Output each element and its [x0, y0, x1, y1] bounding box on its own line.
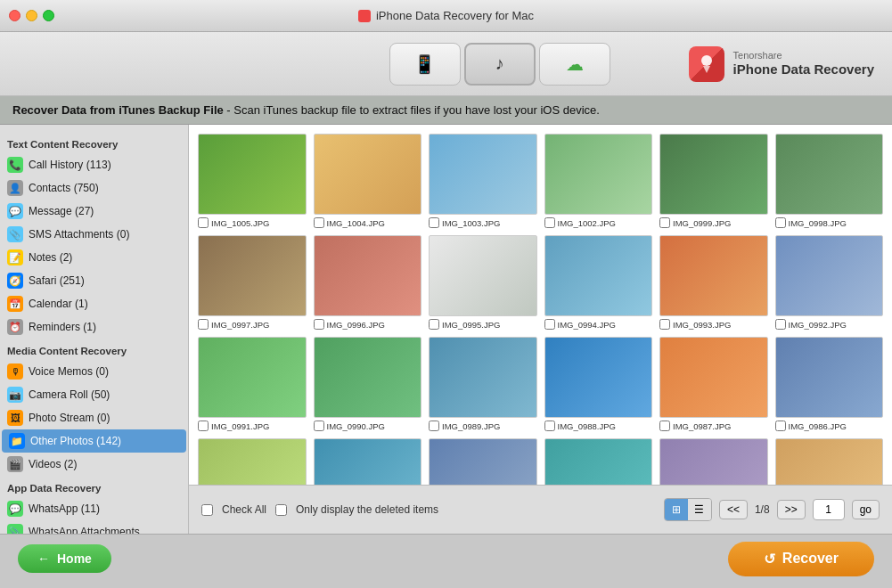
- list-view-button[interactable]: ☰: [688, 499, 711, 520]
- photo-thumbnail-img980[interactable]: [775, 438, 884, 485]
- photo-thumbnail-img994[interactable]: [544, 235, 653, 316]
- photo-thumbnail-img995[interactable]: [429, 235, 537, 316]
- sidebar-item-message[interactable]: 💬Message (27): [0, 200, 188, 223]
- photo-item-img1002: IMG_1002.JPG: [544, 134, 653, 228]
- photo-checkbox-img994[interactable]: [544, 319, 555, 330]
- check-all-checkbox[interactable]: [201, 504, 213, 516]
- photo-thumbnail-img986[interactable]: [775, 337, 884, 418]
- app-icon: [358, 10, 371, 22]
- sidebar-item-whatsapp[interactable]: 💬WhatsApp (11): [0, 497, 188, 520]
- photo-checkbox-img998[interactable]: [775, 217, 786, 228]
- photo-thumbnail-img989[interactable]: [429, 337, 537, 418]
- tab-itunes[interactable]: ♪: [464, 43, 536, 86]
- prev-page-button[interactable]: <<: [719, 500, 748, 519]
- photo-thumbnail-img993[interactable]: [659, 235, 768, 316]
- recover-button[interactable]: ↺ Recover: [728, 542, 874, 576]
- call-history-icon: 📞: [7, 157, 23, 173]
- photo-checkbox-img992[interactable]: [775, 319, 786, 330]
- photo-item-img980: IMG_0980.JPG: [775, 438, 884, 485]
- photo-thumbnail-img997[interactable]: [198, 235, 307, 316]
- next-page-button[interactable]: >>: [777, 500, 806, 519]
- sidebar-item-other-photos[interactable]: 📁Other Photos (142): [2, 429, 186, 453]
- sidebar-item-notes[interactable]: 📝Notes (2): [0, 246, 188, 269]
- tab-icloud[interactable]: ☁: [539, 43, 610, 86]
- tab-device[interactable]: 📱: [389, 43, 461, 86]
- sidebar-item-camera-roll[interactable]: 📷Camera Roll (50): [0, 383, 188, 406]
- check-all-label[interactable]: Check All: [222, 503, 266, 516]
- grid-view-button[interactable]: ⊞: [665, 499, 688, 520]
- whatsapp-attachments-label: WhatsApp Attachments ...: [29, 526, 151, 534]
- deleted-filter-label[interactable]: Only display the deleted items: [296, 503, 438, 516]
- photo-item-img998: IMG_0998.JPG: [775, 134, 884, 228]
- photo-item-img991: IMG_0991.JPG: [198, 337, 307, 431]
- close-button[interactable]: [9, 10, 20, 21]
- photo-thumbnail-img992[interactable]: [775, 235, 884, 316]
- photo-label-img988: IMG_0988.JPG: [544, 421, 616, 431]
- page-input[interactable]: [813, 499, 845, 520]
- photo-thumbnail-img999[interactable]: [659, 134, 768, 215]
- photo-checkbox-img991[interactable]: [198, 421, 209, 431]
- photo-label-img990: IMG_0990.JPG: [314, 421, 385, 431]
- photo-thumbnail-img1004[interactable]: [314, 134, 422, 215]
- sidebar: Text Content Recovery📞Call History (113)…: [0, 125, 189, 534]
- photo-thumbnail-img982[interactable]: [544, 438, 653, 485]
- photo-thumbnail-img985[interactable]: [198, 438, 307, 485]
- photo-checkbox-img1004[interactable]: [314, 217, 324, 228]
- photo-thumbnail-img998[interactable]: [775, 134, 884, 215]
- sidebar-item-photo-stream[interactable]: 🖼Photo Stream (0): [0, 406, 188, 429]
- sidebar-item-safari[interactable]: 🧭Safari (251): [0, 269, 188, 292]
- photo-checkbox-img997[interactable]: [198, 319, 209, 330]
- photo-checkbox-img987[interactable]: [659, 421, 670, 431]
- home-button[interactable]: ← Home: [18, 544, 111, 573]
- photo-filename-img994: IMG_0994.JPG: [558, 320, 616, 330]
- logo-text: Tenorshare iPhone Data Recovery: [733, 50, 874, 78]
- sidebar-item-voice-memos[interactable]: 🎙Voice Memos (0): [0, 360, 188, 383]
- photo-thumbnail-img981[interactable]: [659, 438, 768, 485]
- sidebar-item-calendar[interactable]: 📅Calendar (1): [0, 292, 188, 315]
- photo-checkbox-img996[interactable]: [314, 319, 324, 330]
- photo-thumbnail-img996[interactable]: [314, 235, 422, 316]
- photo-label-img998: IMG_0998.JPG: [775, 217, 847, 228]
- maximize-button[interactable]: [43, 10, 54, 21]
- message-label: Message (27): [29, 205, 94, 217]
- photo-thumbnail-img1003[interactable]: [429, 134, 537, 215]
- photo-checkbox-img989[interactable]: [429, 421, 439, 431]
- safari-label: Safari (251): [29, 274, 85, 287]
- photo-checkbox-img986[interactable]: [775, 421, 786, 431]
- photo-checkbox-img1003[interactable]: [429, 217, 439, 228]
- home-arrow-icon: ←: [37, 551, 50, 566]
- photo-thumbnail-img990[interactable]: [314, 337, 422, 418]
- photo-thumbnail-img1005[interactable]: [198, 134, 307, 215]
- subheader-subtitle: - Scan iTunes backup file to extract fil…: [226, 103, 600, 117]
- photo-checkbox-img995[interactable]: [429, 319, 439, 330]
- photo-filename-img1004: IMG_1004.JPG: [327, 218, 385, 228]
- photo-thumbnail-img984[interactable]: [314, 438, 422, 485]
- calendar-icon: 📅: [7, 296, 23, 312]
- photo-thumbnail-img988[interactable]: [544, 337, 653, 418]
- photo-filename-img997: IMG_0997.JPG: [211, 320, 269, 330]
- minimize-button[interactable]: [26, 10, 37, 21]
- photo-checkbox-img993[interactable]: [659, 319, 670, 330]
- sidebar-item-whatsapp-attachments[interactable]: 📎WhatsApp Attachments ...: [0, 520, 188, 534]
- photo-checkbox-img988[interactable]: [544, 421, 555, 431]
- photo-thumbnail-img991[interactable]: [198, 337, 307, 418]
- call-history-label: Call History (113): [29, 159, 111, 171]
- sidebar-item-reminders[interactable]: ⏰Reminders (1): [0, 315, 188, 339]
- photo-checkbox-img990[interactable]: [314, 421, 324, 431]
- photo-thumbnail-img983[interactable]: [429, 438, 537, 485]
- deleted-filter-checkbox[interactable]: [275, 504, 287, 516]
- go-button[interactable]: go: [852, 500, 880, 519]
- sidebar-item-call-history[interactable]: 📞Call History (113): [0, 153, 188, 176]
- photo-thumbnail-img1002[interactable]: [544, 134, 653, 215]
- photo-label-img993: IMG_0993.JPG: [659, 319, 731, 330]
- sidebar-item-contacts[interactable]: 👤Contacts (750): [0, 176, 188, 200]
- photo-checkbox-img999[interactable]: [659, 217, 670, 228]
- sidebar-item-sms-attachments[interactable]: 📎SMS Attachments (0): [0, 223, 188, 246]
- photo-checkbox-img1002[interactable]: [544, 217, 555, 228]
- sms-attachments-label: SMS Attachments (0): [29, 228, 129, 241]
- photo-item-img994: IMG_0994.JPG: [544, 235, 653, 330]
- subheader-title: Recover Data from iTunes Backup File: [12, 103, 224, 117]
- photo-checkbox-img1005[interactable]: [198, 217, 209, 228]
- photo-thumbnail-img987[interactable]: [659, 337, 768, 418]
- sidebar-item-videos[interactable]: 🎬Videos (2): [0, 453, 188, 476]
